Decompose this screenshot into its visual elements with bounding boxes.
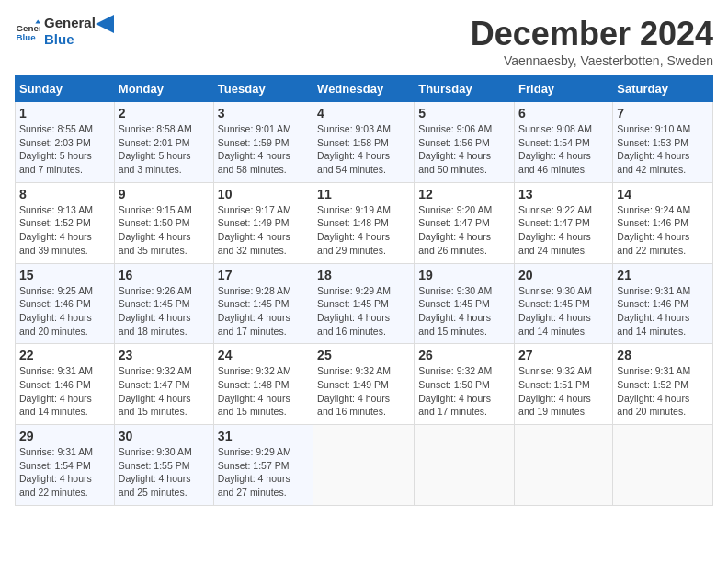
day-info: Sunrise: 9:10 AM Sunset: 1:53 PM Dayligh…: [617, 122, 709, 177]
calendar-cell: 8Sunrise: 9:13 AM Sunset: 1:52 PM Daylig…: [16, 182, 115, 263]
logo-arrow-icon: [96, 15, 114, 33]
day-number: 4: [317, 106, 410, 121]
calendar-cell: 13Sunrise: 9:22 AM Sunset: 1:47 PM Dayli…: [515, 182, 613, 263]
calendar-cell: 3Sunrise: 9:01 AM Sunset: 1:59 PM Daylig…: [213, 102, 313, 183]
svg-text:Blue: Blue: [16, 32, 36, 42]
day-number: 9: [119, 187, 210, 201]
day-number: 20: [518, 268, 609, 282]
day-info: Sunrise: 8:58 AM Sunset: 2:01 PM Dayligh…: [119, 122, 210, 177]
calendar-cell: 1Sunrise: 8:55 AM Sunset: 2:03 PM Daylig…: [16, 102, 115, 183]
calendar-cell: 6Sunrise: 9:08 AM Sunset: 1:54 PM Daylig…: [515, 102, 613, 183]
day-number: 22: [19, 348, 110, 362]
day-number: 27: [518, 348, 609, 362]
week-row-4: 22Sunrise: 9:31 AM Sunset: 1:46 PM Dayli…: [16, 344, 713, 425]
day-info: Sunrise: 9:30 AM Sunset: 1:45 PM Dayligh…: [418, 284, 510, 339]
day-info: Sunrise: 9:08 AM Sunset: 1:54 PM Dayligh…: [518, 122, 609, 177]
day-number: 8: [19, 187, 110, 201]
day-number: 19: [418, 268, 510, 282]
month-title: December 2024: [471, 15, 713, 53]
logo-icon: General Blue: [15, 18, 40, 44]
header-row: SundayMondayTuesdayWednesdayThursdayFrid…: [16, 76, 713, 102]
day-number: 2: [119, 106, 210, 121]
day-info: Sunrise: 9:32 AM Sunset: 1:47 PM Dayligh…: [119, 364, 210, 419]
calendar-cell: 27Sunrise: 9:32 AM Sunset: 1:51 PM Dayli…: [515, 344, 613, 425]
day-info: Sunrise: 9:29 AM Sunset: 1:45 PM Dayligh…: [317, 284, 410, 339]
day-number: 26: [418, 348, 510, 362]
day-info: Sunrise: 9:26 AM Sunset: 1:45 PM Dayligh…: [119, 284, 210, 339]
calendar-cell: 2Sunrise: 8:58 AM Sunset: 2:01 PM Daylig…: [114, 102, 213, 183]
header-day-saturday: Saturday: [613, 76, 713, 102]
calendar-cell: [415, 425, 515, 506]
day-info: Sunrise: 9:06 AM Sunset: 1:56 PM Dayligh…: [418, 122, 510, 177]
header-day-wednesday: Wednesday: [313, 76, 415, 102]
day-info: Sunrise: 9:24 AM Sunset: 1:46 PM Dayligh…: [617, 203, 709, 258]
day-number: 5: [418, 106, 510, 121]
calendar-cell: 25Sunrise: 9:32 AM Sunset: 1:49 PM Dayli…: [313, 344, 415, 425]
day-info: Sunrise: 9:31 AM Sunset: 1:46 PM Dayligh…: [617, 284, 709, 339]
day-number: 15: [19, 268, 110, 282]
day-info: Sunrise: 9:31 AM Sunset: 1:52 PM Dayligh…: [617, 364, 709, 419]
day-info: Sunrise: 9:28 AM Sunset: 1:45 PM Dayligh…: [218, 284, 309, 339]
day-number: 23: [119, 348, 210, 362]
day-number: 31: [218, 429, 309, 443]
calendar-cell: 22Sunrise: 9:31 AM Sunset: 1:46 PM Dayli…: [16, 344, 115, 425]
calendar-cell: 5Sunrise: 9:06 AM Sunset: 1:56 PM Daylig…: [415, 102, 515, 183]
day-number: 7: [617, 106, 709, 121]
week-row-2: 8Sunrise: 9:13 AM Sunset: 1:52 PM Daylig…: [16, 182, 713, 263]
calendar-cell: [313, 425, 415, 506]
day-number: 11: [317, 187, 410, 201]
calendar-cell: 30Sunrise: 9:30 AM Sunset: 1:55 PM Dayli…: [114, 425, 213, 506]
header-day-friday: Friday: [515, 76, 613, 102]
header-day-monday: Monday: [114, 76, 213, 102]
day-number: 18: [317, 268, 410, 282]
calendar-cell: 16Sunrise: 9:26 AM Sunset: 1:45 PM Dayli…: [114, 263, 213, 344]
day-number: 30: [119, 429, 210, 443]
day-info: Sunrise: 9:19 AM Sunset: 1:48 PM Dayligh…: [317, 203, 410, 258]
day-number: 25: [317, 348, 410, 362]
day-info: Sunrise: 9:32 AM Sunset: 1:49 PM Dayligh…: [317, 364, 410, 419]
day-number: 14: [617, 187, 709, 201]
calendar-cell: 15Sunrise: 9:25 AM Sunset: 1:46 PM Dayli…: [16, 263, 115, 344]
calendar-cell: 11Sunrise: 9:19 AM Sunset: 1:48 PM Dayli…: [313, 182, 415, 263]
day-info: Sunrise: 9:25 AM Sunset: 1:46 PM Dayligh…: [19, 284, 110, 339]
day-number: 28: [617, 348, 709, 362]
logo-blue: Blue: [44, 31, 96, 48]
calendar-cell: 18Sunrise: 9:29 AM Sunset: 1:45 PM Dayli…: [313, 263, 415, 344]
location-subtitle: Vaennaesby, Vaesterbotten, Sweden: [471, 53, 713, 68]
day-number: 16: [119, 268, 210, 282]
day-number: 17: [218, 268, 309, 282]
day-number: 21: [617, 268, 709, 282]
day-info: Sunrise: 9:32 AM Sunset: 1:48 PM Dayligh…: [218, 364, 309, 419]
header-day-sunday: Sunday: [16, 76, 115, 102]
day-info: Sunrise: 9:01 AM Sunset: 1:59 PM Dayligh…: [218, 122, 309, 177]
calendar-cell: 12Sunrise: 9:20 AM Sunset: 1:47 PM Dayli…: [415, 182, 515, 263]
calendar-cell: 9Sunrise: 9:15 AM Sunset: 1:50 PM Daylig…: [114, 182, 213, 263]
week-row-1: 1Sunrise: 8:55 AM Sunset: 2:03 PM Daylig…: [16, 102, 713, 183]
day-info: Sunrise: 9:31 AM Sunset: 1:46 PM Dayligh…: [19, 364, 110, 419]
page-header: General Blue General Blue December 2024 …: [15, 15, 713, 68]
day-info: Sunrise: 9:30 AM Sunset: 1:45 PM Dayligh…: [518, 284, 609, 339]
day-number: 24: [218, 348, 309, 362]
day-info: Sunrise: 9:32 AM Sunset: 1:51 PM Dayligh…: [518, 364, 609, 419]
week-row-5: 29Sunrise: 9:31 AM Sunset: 1:54 PM Dayli…: [16, 425, 713, 506]
day-number: 6: [518, 106, 609, 121]
day-info: Sunrise: 9:22 AM Sunset: 1:47 PM Dayligh…: [518, 203, 609, 258]
calendar-cell: 29Sunrise: 9:31 AM Sunset: 1:54 PM Dayli…: [16, 425, 115, 506]
day-number: 12: [418, 187, 510, 201]
calendar-cell: 4Sunrise: 9:03 AM Sunset: 1:58 PM Daylig…: [313, 102, 415, 183]
calendar-cell: 10Sunrise: 9:17 AM Sunset: 1:49 PM Dayli…: [213, 182, 313, 263]
calendar-table: SundayMondayTuesdayWednesdayThursdayFrid…: [15, 75, 713, 506]
calendar-cell: [613, 425, 713, 506]
header-day-thursday: Thursday: [415, 76, 515, 102]
day-info: Sunrise: 9:17 AM Sunset: 1:49 PM Dayligh…: [218, 203, 309, 258]
day-number: 29: [19, 429, 110, 443]
day-info: Sunrise: 8:55 AM Sunset: 2:03 PM Dayligh…: [19, 122, 110, 177]
calendar-cell: 28Sunrise: 9:31 AM Sunset: 1:52 PM Dayli…: [613, 344, 713, 425]
calendar-cell: 23Sunrise: 9:32 AM Sunset: 1:47 PM Dayli…: [114, 344, 213, 425]
day-info: Sunrise: 9:29 AM Sunset: 1:57 PM Dayligh…: [218, 445, 309, 500]
logo-general: General: [44, 15, 96, 31]
week-row-3: 15Sunrise: 9:25 AM Sunset: 1:46 PM Dayli…: [16, 263, 713, 344]
calendar-cell: 19Sunrise: 9:30 AM Sunset: 1:45 PM Dayli…: [415, 263, 515, 344]
day-number: 10: [218, 187, 309, 201]
header-day-tuesday: Tuesday: [213, 76, 313, 102]
